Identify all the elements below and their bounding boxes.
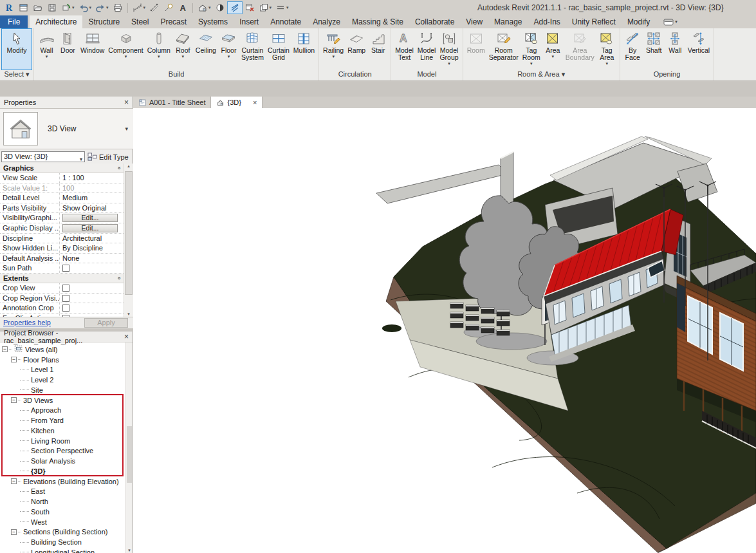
scroll-up-icon[interactable]: ▲ [124, 164, 133, 168]
tree-item-floor-plans[interactable]: −Floor Plans [0, 355, 126, 365]
print-icon[interactable] [111, 1, 125, 14]
section-header-extents[interactable]: Extents« [0, 274, 124, 283]
tree-item-solar-analysis[interactable]: Solar Analysis [0, 456, 126, 466]
type-selector[interactable]: 3D View ▾ [0, 108, 133, 149]
ribbon-button-roof[interactable]: Roof▾ [172, 29, 194, 70]
checkbox[interactable] [62, 285, 69, 292]
edit-type-button[interactable]: Edit Type [88, 151, 129, 162]
tree-item-level-2[interactable]: Level 2 [0, 375, 126, 385]
text-a-icon[interactable]: A [176, 1, 190, 14]
ribbon-button-vertical[interactable]: Vertical [686, 29, 712, 70]
tree-item-east[interactable]: East [0, 487, 126, 497]
scrollbar-thumb[interactable] [127, 426, 132, 483]
revit-logo-icon[interactable]: R [3, 1, 17, 14]
panel-label-room-area[interactable]: Room & Area ▾ [463, 70, 620, 80]
ribbon-button-stair[interactable]: Stair [367, 29, 389, 70]
ribbon-button-curtain-system[interactable]: Curtain System [239, 29, 266, 70]
edit-button[interactable]: Edit... [62, 224, 118, 232]
property-value[interactable]: Edit... [60, 213, 124, 223]
sync-icon[interactable]: ▾ [59, 1, 77, 14]
property-value[interactable] [60, 283, 124, 293]
scroll-down-icon[interactable]: ▼ [126, 548, 133, 552]
tree-item-level-1[interactable]: Level 1 [0, 365, 126, 375]
tab-collaborate[interactable]: Collaborate [409, 15, 460, 28]
tab-manage[interactable]: Manage [488, 15, 528, 28]
ribbon-button-room-separator[interactable]: Room Separator [487, 29, 521, 70]
save-icon[interactable] [45, 1, 59, 14]
tree-item-south[interactable]: South [0, 507, 126, 517]
view-3d-canvas[interactable] [133, 108, 756, 553]
close-hidden-icon[interactable] [243, 1, 257, 14]
ribbon-button-model-group[interactable]: Model Group▾ [438, 29, 460, 70]
close-icon[interactable]: × [253, 98, 257, 106]
ui-board-icon[interactable] [17, 1, 31, 14]
tree-item-elevations-building-elevation[interactable]: −Elevations (Building Elevation) [0, 476, 126, 487]
aligned-dim-icon[interactable] [147, 1, 161, 14]
tree-item-3d-views[interactable]: −3D Views [0, 395, 126, 406]
ribbon-button-model-text[interactable]: AModel Text [393, 29, 416, 70]
tab-systems[interactable]: Systems [192, 15, 234, 28]
tree-item-longitudinal-section[interactable]: Longitudinal Section [0, 547, 126, 553]
tab-add-ins[interactable]: Add-Ins [528, 15, 566, 28]
tree-item-sections-building-section[interactable]: −Sections (Building Section) [0, 527, 126, 538]
tree-item-north[interactable]: North [0, 496, 126, 507]
measure-icon[interactable]: ▾ [131, 1, 148, 14]
tree-item-site[interactable]: Site [0, 385, 126, 395]
checkbox[interactable] [62, 295, 69, 302]
ribbon-button-mullion[interactable]: Mullion [291, 29, 317, 70]
ribbon-button-model-line[interactable]: Model Line [416, 29, 438, 70]
property-value[interactable] [60, 294, 124, 303]
ribbon-button-area[interactable]: Area▾ [542, 29, 564, 70]
ribbon-button-curtain-grid[interactable]: Curtain Grid [266, 29, 291, 70]
tab-annotate[interactable]: Annotate [264, 15, 307, 28]
tab-modify[interactable]: Modify [622, 15, 656, 28]
property-value[interactable]: None [60, 254, 124, 263]
close-icon[interactable]: × [124, 98, 129, 106]
tree-item-section-perspective[interactable]: Section Perspective [0, 446, 126, 456]
redo-icon[interactable]: ▾ [93, 1, 111, 14]
ribbon-button-tag-area[interactable]: Tag Area▾ [596, 29, 618, 70]
close-icon[interactable]: × [124, 333, 129, 341]
tab-analyze[interactable]: Analyze [307, 15, 346, 28]
ribbon-button-floor[interactable]: Floor▾ [218, 29, 239, 70]
collapse-icon[interactable]: − [11, 397, 17, 403]
ribbon-button-door[interactable]: Door [57, 29, 78, 70]
property-value[interactable]: 100 [60, 183, 124, 193]
customize-icon[interactable]: ▾ [273, 1, 291, 14]
tree-item-from-yard[interactable]: From Yard [0, 415, 126, 426]
checkbox[interactable] [62, 265, 69, 272]
collapse-icon[interactable]: − [2, 346, 8, 352]
collapse-icon[interactable]: − [11, 529, 17, 535]
collapse-icon[interactable]: − [11, 357, 17, 362]
tree-item-west[interactable]: West [0, 517, 126, 527]
ribbon-button-wall[interactable]: Wall [665, 29, 686, 70]
section-header-graphics[interactable]: Graphics« [0, 164, 124, 173]
tab-view[interactable]: View [460, 15, 488, 28]
ribbon-button-column[interactable]: Column▾ [145, 29, 172, 70]
ribbon-button-ceiling[interactable]: Ceiling [194, 29, 218, 70]
section-head-icon[interactable] [213, 1, 227, 14]
panel-label-select[interactable]: Select ▾ [0, 70, 33, 80]
ribbon-button-shaft[interactable]: Shaft [643, 29, 665, 70]
scroll-down-icon[interactable]: ▼ [124, 312, 133, 316]
ribbon-button-railing[interactable]: Railing▾ [321, 29, 346, 70]
switch-windows-icon[interactable]: ▾ [257, 1, 274, 14]
properties-help-link[interactable]: Properties help [3, 319, 51, 326]
tag-icon[interactable] [161, 1, 176, 14]
edit-button[interactable]: Edit... [62, 214, 118, 222]
property-value[interactable]: Edit... [60, 223, 124, 233]
ribbon-button-window[interactable]: Window [78, 29, 106, 70]
thin-lines-icon[interactable] [227, 1, 243, 14]
tab-steel[interactable]: Steel [125, 15, 154, 28]
chevron-down-icon[interactable]: ▾ [125, 126, 128, 132]
ribbon-button-component[interactable]: Component▾ [106, 29, 145, 70]
undo-icon[interactable]: ▾ [77, 1, 94, 14]
tab-unity-reflect[interactable]: Unity Reflect [566, 15, 622, 28]
property-value[interactable]: Architectural [60, 234, 124, 243]
ribbon-button-by-face[interactable]: By Face [622, 29, 643, 70]
property-value[interactable]: Show Original [60, 203, 124, 213]
browser-scrollbar[interactable]: ▼ [125, 342, 133, 553]
tab-file[interactable]: File [0, 15, 28, 28]
tab-structure[interactable]: Structure [82, 15, 125, 28]
property-value[interactable]: 1 : 100 [60, 173, 124, 183]
